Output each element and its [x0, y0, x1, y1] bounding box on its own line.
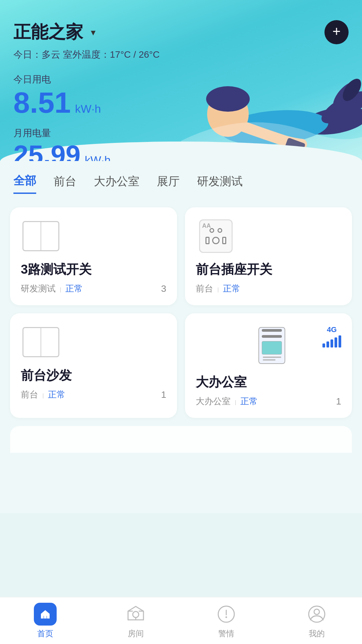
- monthly-energy-label: 月用电量: [13, 127, 349, 140]
- device-card-4[interactable]: 4G 大办公室 大办公室 | 正常 1: [185, 313, 352, 418]
- device-name-1: 3路测试开关: [21, 261, 166, 278]
- cards-section: 3路测试开关 研发测试 | 正常 3 AA: [0, 201, 362, 513]
- monthly-energy-value-row: 25.99 kW·h: [13, 142, 349, 161]
- device-name-3: 前台沙发: [21, 367, 166, 384]
- device-icon-area-3: [21, 325, 61, 359]
- tab-showroom[interactable]: 展厅: [157, 174, 180, 193]
- nav-item-home[interactable]: 首页: [34, 603, 57, 639]
- tab-all[interactable]: 全部: [13, 173, 36, 194]
- bottom-nav-spacer: [10, 453, 352, 500]
- device-location-3: 前台: [21, 389, 38, 399]
- daily-energy-label: 今日用电: [13, 73, 349, 86]
- nav-item-room[interactable]: 房间: [124, 603, 147, 639]
- device-name-2: 前台插座开关: [196, 261, 341, 278]
- device-meta-2: 前台 | 正常: [196, 283, 341, 294]
- tab-front[interactable]: 前台: [54, 174, 76, 193]
- daily-energy-unit: kW·h: [75, 102, 101, 115]
- switch-panel-right-2: [41, 328, 58, 356]
- switch-icon: [22, 221, 59, 251]
- nav-item-mine[interactable]: 我的: [305, 603, 328, 639]
- switch-panel-left-2: [23, 328, 41, 356]
- device-icon-area-1: [21, 219, 61, 253]
- partial-card-hint: [10, 426, 352, 453]
- device-count-1: 3: [161, 283, 166, 294]
- device-location-4: 大办公室: [196, 396, 231, 406]
- device-meta-4: 大办公室 | 正常 1: [196, 395, 341, 407]
- nav-label-alert: 警情: [218, 628, 234, 639]
- device-card-3[interactable]: 前台沙发 前台 | 正常 1: [10, 313, 177, 418]
- svg-point-17: [314, 609, 319, 614]
- device-status-3: 正常: [48, 389, 65, 399]
- hero-section: 正能之家 ▾ + 今日：多云 室外温度：17°C / 26°C 今日用电 8.5…: [0, 0, 362, 161]
- tab-office[interactable]: 大办公室: [94, 174, 139, 193]
- svg-point-15: [226, 616, 227, 618]
- signal-bars-icon: [322, 335, 341, 347]
- svg-point-9: [133, 611, 139, 618]
- device-cards-grid: 3路测试开关 研发测试 | 正常 3 AA: [10, 207, 352, 418]
- device-card-2[interactable]: AA 前台插座开关 前台 | 正常: [185, 207, 352, 305]
- chevron-down-icon[interactable]: ▾: [87, 26, 99, 38]
- outlet-icon: AA: [199, 219, 233, 253]
- bottom-nav: 首页 房间 警情: [0, 597, 362, 644]
- switch-icon-2: [22, 327, 59, 357]
- tab-rd[interactable]: 研发测试: [197, 174, 243, 193]
- device-location-2: 前台: [196, 283, 213, 293]
- nav-item-alert[interactable]: 警情: [215, 603, 238, 639]
- device-status-4: 正常: [240, 396, 258, 406]
- device-status-1: 正常: [65, 283, 83, 293]
- switch-panel-right: [41, 222, 58, 250]
- tabs-section: 全部 前台 大办公室 展厅 研发测试: [0, 161, 362, 201]
- nav-label-room: 房间: [128, 628, 144, 639]
- device-name-4: 大办公室: [196, 374, 341, 391]
- device-card-1[interactable]: 3路测试开关 研发测试 | 正常 3: [10, 207, 177, 305]
- nav-label-mine: 我的: [309, 628, 325, 639]
- device-icon-area-4: 4G: [196, 325, 341, 366]
- monthly-energy-value: 25.99: [13, 140, 80, 161]
- switch-panel-left: [23, 222, 41, 250]
- signal-badge: 4G: [322, 325, 341, 347]
- daily-energy-value: 8.51: [13, 86, 71, 119]
- device-count-4: 1: [336, 396, 341, 407]
- device-icon-area-2: AA: [196, 219, 236, 253]
- nav-label-home: 首页: [37, 628, 53, 639]
- nav-home-icon: [34, 603, 57, 626]
- signal-label: 4G: [327, 325, 337, 334]
- device-meta-3: 前台 | 正常 1: [21, 389, 166, 400]
- app-title: 正能之家: [13, 20, 83, 44]
- device-location-1: 研发测试: [21, 283, 56, 293]
- monthly-energy-unit: kW·h: [85, 154, 111, 161]
- daily-energy-value-row: 8.51 kW·h: [13, 88, 349, 117]
- energy-section: 今日用电 8.51 kW·h 月用电量 25.99 kW·h: [13, 73, 349, 161]
- meter-icon: [258, 327, 285, 364]
- device-status-2: 正常: [223, 283, 240, 293]
- device-meta-1: 研发测试 | 正常 3: [21, 283, 166, 294]
- title-group: 正能之家 ▾: [13, 20, 99, 44]
- device-count-3: 1: [161, 389, 166, 400]
- tabs-row: 全部 前台 大办公室 展厅 研发测试: [13, 173, 349, 194]
